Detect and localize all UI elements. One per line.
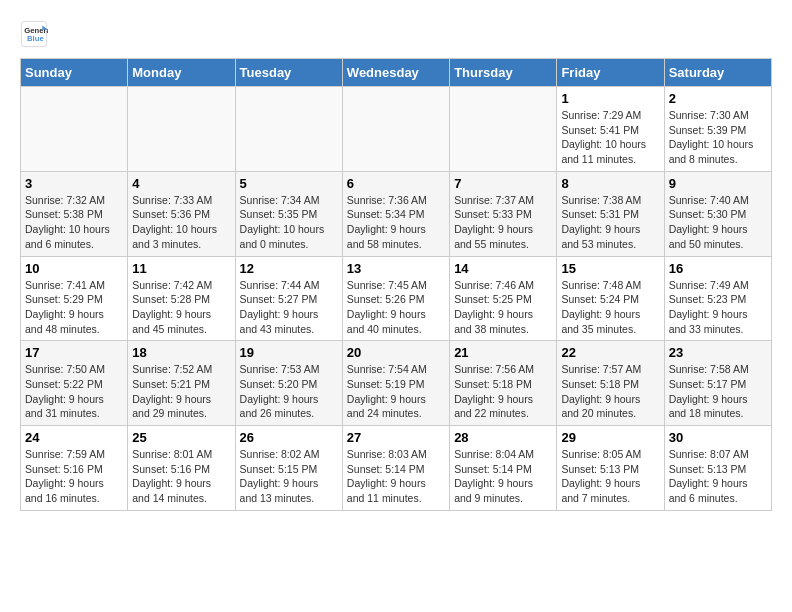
day-info: Sunrise: 8:01 AM Sunset: 5:16 PM Dayligh… xyxy=(132,447,230,506)
day-number: 28 xyxy=(454,430,552,445)
day-info: Sunrise: 7:41 AM Sunset: 5:29 PM Dayligh… xyxy=(25,278,123,337)
day-info: Sunrise: 7:46 AM Sunset: 5:25 PM Dayligh… xyxy=(454,278,552,337)
page-header: General Blue xyxy=(20,20,772,48)
day-number: 11 xyxy=(132,261,230,276)
day-number: 4 xyxy=(132,176,230,191)
day-info: Sunrise: 7:56 AM Sunset: 5:18 PM Dayligh… xyxy=(454,362,552,421)
calendar-cell: 20Sunrise: 7:54 AM Sunset: 5:19 PM Dayli… xyxy=(342,341,449,426)
day-number: 12 xyxy=(240,261,338,276)
calendar-cell: 11Sunrise: 7:42 AM Sunset: 5:28 PM Dayli… xyxy=(128,256,235,341)
day-number: 30 xyxy=(669,430,767,445)
calendar-header-row: SundayMondayTuesdayWednesdayThursdayFrid… xyxy=(21,59,772,87)
day-number: 3 xyxy=(25,176,123,191)
day-info: Sunrise: 7:53 AM Sunset: 5:20 PM Dayligh… xyxy=(240,362,338,421)
day-number: 1 xyxy=(561,91,659,106)
day-info: Sunrise: 7:52 AM Sunset: 5:21 PM Dayligh… xyxy=(132,362,230,421)
calendar-cell: 27Sunrise: 8:03 AM Sunset: 5:14 PM Dayli… xyxy=(342,426,449,511)
calendar-cell: 10Sunrise: 7:41 AM Sunset: 5:29 PM Dayli… xyxy=(21,256,128,341)
day-info: Sunrise: 7:50 AM Sunset: 5:22 PM Dayligh… xyxy=(25,362,123,421)
day-number: 17 xyxy=(25,345,123,360)
logo: General Blue xyxy=(20,20,52,48)
calendar-cell: 29Sunrise: 8:05 AM Sunset: 5:13 PM Dayli… xyxy=(557,426,664,511)
day-header-wednesday: Wednesday xyxy=(342,59,449,87)
day-info: Sunrise: 7:54 AM Sunset: 5:19 PM Dayligh… xyxy=(347,362,445,421)
calendar-cell: 25Sunrise: 8:01 AM Sunset: 5:16 PM Dayli… xyxy=(128,426,235,511)
calendar-cell xyxy=(235,87,342,172)
day-info: Sunrise: 7:34 AM Sunset: 5:35 PM Dayligh… xyxy=(240,193,338,252)
calendar-cell: 1Sunrise: 7:29 AM Sunset: 5:41 PM Daylig… xyxy=(557,87,664,172)
calendar-week-1: 1Sunrise: 7:29 AM Sunset: 5:41 PM Daylig… xyxy=(21,87,772,172)
day-info: Sunrise: 7:57 AM Sunset: 5:18 PM Dayligh… xyxy=(561,362,659,421)
day-number: 9 xyxy=(669,176,767,191)
day-number: 8 xyxy=(561,176,659,191)
day-info: Sunrise: 7:44 AM Sunset: 5:27 PM Dayligh… xyxy=(240,278,338,337)
calendar-cell: 22Sunrise: 7:57 AM Sunset: 5:18 PM Dayli… xyxy=(557,341,664,426)
calendar-cell: 5Sunrise: 7:34 AM Sunset: 5:35 PM Daylig… xyxy=(235,171,342,256)
calendar-cell: 6Sunrise: 7:36 AM Sunset: 5:34 PM Daylig… xyxy=(342,171,449,256)
day-info: Sunrise: 7:58 AM Sunset: 5:17 PM Dayligh… xyxy=(669,362,767,421)
calendar-cell xyxy=(128,87,235,172)
day-info: Sunrise: 7:59 AM Sunset: 5:16 PM Dayligh… xyxy=(25,447,123,506)
day-info: Sunrise: 8:03 AM Sunset: 5:14 PM Dayligh… xyxy=(347,447,445,506)
day-number: 18 xyxy=(132,345,230,360)
day-number: 6 xyxy=(347,176,445,191)
day-info: Sunrise: 8:02 AM Sunset: 5:15 PM Dayligh… xyxy=(240,447,338,506)
day-number: 15 xyxy=(561,261,659,276)
calendar-cell xyxy=(21,87,128,172)
day-number: 25 xyxy=(132,430,230,445)
day-number: 27 xyxy=(347,430,445,445)
day-info: Sunrise: 7:30 AM Sunset: 5:39 PM Dayligh… xyxy=(669,108,767,167)
calendar-week-3: 10Sunrise: 7:41 AM Sunset: 5:29 PM Dayli… xyxy=(21,256,772,341)
calendar-cell: 15Sunrise: 7:48 AM Sunset: 5:24 PM Dayli… xyxy=(557,256,664,341)
calendar-week-5: 24Sunrise: 7:59 AM Sunset: 5:16 PM Dayli… xyxy=(21,426,772,511)
day-number: 14 xyxy=(454,261,552,276)
calendar-cell: 4Sunrise: 7:33 AM Sunset: 5:36 PM Daylig… xyxy=(128,171,235,256)
calendar-cell: 14Sunrise: 7:46 AM Sunset: 5:25 PM Dayli… xyxy=(450,256,557,341)
calendar-week-2: 3Sunrise: 7:32 AM Sunset: 5:38 PM Daylig… xyxy=(21,171,772,256)
calendar-cell: 9Sunrise: 7:40 AM Sunset: 5:30 PM Daylig… xyxy=(664,171,771,256)
day-number: 24 xyxy=(25,430,123,445)
calendar-cell: 18Sunrise: 7:52 AM Sunset: 5:21 PM Dayli… xyxy=(128,341,235,426)
svg-text:General: General xyxy=(24,26,48,35)
day-header-friday: Friday xyxy=(557,59,664,87)
calendar-cell xyxy=(450,87,557,172)
day-number: 16 xyxy=(669,261,767,276)
day-number: 19 xyxy=(240,345,338,360)
calendar-cell: 30Sunrise: 8:07 AM Sunset: 5:13 PM Dayli… xyxy=(664,426,771,511)
day-info: Sunrise: 7:45 AM Sunset: 5:26 PM Dayligh… xyxy=(347,278,445,337)
day-header-sunday: Sunday xyxy=(21,59,128,87)
day-number: 21 xyxy=(454,345,552,360)
day-header-thursday: Thursday xyxy=(450,59,557,87)
day-number: 2 xyxy=(669,91,767,106)
day-number: 5 xyxy=(240,176,338,191)
calendar-cell: 2Sunrise: 7:30 AM Sunset: 5:39 PM Daylig… xyxy=(664,87,771,172)
calendar-cell: 28Sunrise: 8:04 AM Sunset: 5:14 PM Dayli… xyxy=(450,426,557,511)
calendar-cell: 12Sunrise: 7:44 AM Sunset: 5:27 PM Dayli… xyxy=(235,256,342,341)
day-info: Sunrise: 7:49 AM Sunset: 5:23 PM Dayligh… xyxy=(669,278,767,337)
calendar-cell: 19Sunrise: 7:53 AM Sunset: 5:20 PM Dayli… xyxy=(235,341,342,426)
calendar-cell xyxy=(342,87,449,172)
day-info: Sunrise: 7:40 AM Sunset: 5:30 PM Dayligh… xyxy=(669,193,767,252)
calendar-cell: 8Sunrise: 7:38 AM Sunset: 5:31 PM Daylig… xyxy=(557,171,664,256)
day-number: 7 xyxy=(454,176,552,191)
day-number: 23 xyxy=(669,345,767,360)
calendar-week-4: 17Sunrise: 7:50 AM Sunset: 5:22 PM Dayli… xyxy=(21,341,772,426)
day-info: Sunrise: 7:37 AM Sunset: 5:33 PM Dayligh… xyxy=(454,193,552,252)
day-info: Sunrise: 8:04 AM Sunset: 5:14 PM Dayligh… xyxy=(454,447,552,506)
calendar-cell: 24Sunrise: 7:59 AM Sunset: 5:16 PM Dayli… xyxy=(21,426,128,511)
day-info: Sunrise: 8:05 AM Sunset: 5:13 PM Dayligh… xyxy=(561,447,659,506)
day-info: Sunrise: 7:36 AM Sunset: 5:34 PM Dayligh… xyxy=(347,193,445,252)
day-number: 10 xyxy=(25,261,123,276)
day-header-saturday: Saturday xyxy=(664,59,771,87)
day-header-monday: Monday xyxy=(128,59,235,87)
logo-icon: General Blue xyxy=(20,20,48,48)
day-number: 26 xyxy=(240,430,338,445)
calendar-cell: 16Sunrise: 7:49 AM Sunset: 5:23 PM Dayli… xyxy=(664,256,771,341)
calendar-cell: 21Sunrise: 7:56 AM Sunset: 5:18 PM Dayli… xyxy=(450,341,557,426)
day-info: Sunrise: 7:29 AM Sunset: 5:41 PM Dayligh… xyxy=(561,108,659,167)
day-info: Sunrise: 8:07 AM Sunset: 5:13 PM Dayligh… xyxy=(669,447,767,506)
calendar-cell: 13Sunrise: 7:45 AM Sunset: 5:26 PM Dayli… xyxy=(342,256,449,341)
calendar-cell: 23Sunrise: 7:58 AM Sunset: 5:17 PM Dayli… xyxy=(664,341,771,426)
day-number: 29 xyxy=(561,430,659,445)
day-info: Sunrise: 7:42 AM Sunset: 5:28 PM Dayligh… xyxy=(132,278,230,337)
